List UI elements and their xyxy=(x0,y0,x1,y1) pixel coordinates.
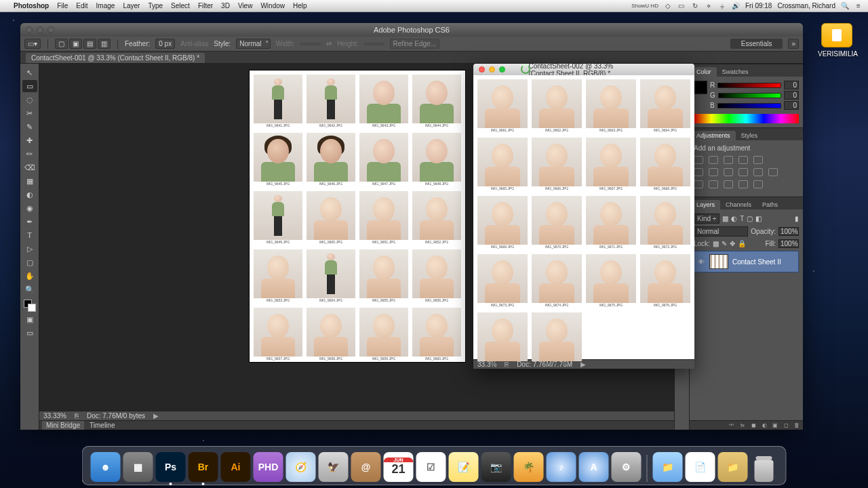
colorlookup-icon[interactable] xyxy=(768,168,778,176)
menu-select[interactable]: Select xyxy=(171,2,190,9)
contact-sheet-thumb[interactable]: IMG_9659.JPG xyxy=(359,308,408,362)
channelmixer-icon[interactable] xyxy=(753,168,763,176)
trash-icon[interactable] xyxy=(751,452,778,482)
brush-tool[interactable]: ✏ xyxy=(22,148,37,160)
contact-sheet-thumb[interactable]: IMG_9647.JPG xyxy=(359,133,408,187)
menubar-user[interactable]: Crossman, Richard xyxy=(777,2,835,9)
tab-swatches[interactable]: Swatches xyxy=(717,67,754,77)
dock-app-illustrator[interactable]: Ai xyxy=(221,452,251,482)
dock-app-bridge[interactable]: Br xyxy=(189,452,218,482)
menu-filter[interactable]: Filter xyxy=(198,2,213,9)
pen-tool[interactable]: ✒ xyxy=(22,216,37,228)
feather-input[interactable]: 0 px xyxy=(155,39,175,49)
healing-tool[interactable]: ✚ xyxy=(22,134,37,146)
window-close-button[interactable] xyxy=(26,26,33,33)
contact-sheet-thumb[interactable]: IMG_9669.JPG xyxy=(477,196,528,250)
tab-mini-bridge[interactable]: Mini Bridge xyxy=(42,421,84,430)
dock-app-launchpad[interactable]: ▦ xyxy=(123,452,153,482)
layer-filter-kind[interactable]: Kind ÷ xyxy=(694,214,719,224)
lock-all-icon[interactable]: 🔒 xyxy=(738,240,746,247)
contact-sheet-thumb[interactable]: IMG_9672.JPG xyxy=(640,196,690,250)
layer-name[interactable]: Contact Sheet II xyxy=(732,258,781,266)
red-slider[interactable] xyxy=(717,83,781,88)
type-tool[interactable]: T xyxy=(22,229,37,241)
filter-toggle[interactable]: ▮ xyxy=(795,215,799,222)
doc-size[interactable]: Doc: 7.76M/0 bytes xyxy=(87,412,145,420)
contact-sheet-thumb[interactable]: IMG_9674.JPG xyxy=(532,254,582,308)
dock-app-phd[interactable]: PHD xyxy=(254,452,283,482)
dock-stack-folder[interactable]: 📁 xyxy=(653,452,683,482)
lock-transparency-icon[interactable]: ▩ xyxy=(713,240,719,247)
filter-pixel-icon[interactable]: ▩ xyxy=(722,215,728,222)
contact-sheet-thumb[interactable]: IMG_9662.JPG xyxy=(532,79,582,134)
doc2-zoom-button[interactable] xyxy=(499,66,505,73)
contact-sheet-thumb[interactable]: IMG_9675.JPG xyxy=(586,254,636,308)
style-select[interactable]: Normal xyxy=(236,39,270,49)
marquee-tool[interactable]: ▭ xyxy=(22,80,37,92)
contact-sheet-thumb[interactable]: IMG_9642.JPG xyxy=(307,75,355,129)
crop-tool[interactable]: ✂ xyxy=(22,107,37,119)
filter-type-icon[interactable]: T xyxy=(740,215,744,222)
lock-position-icon[interactable]: ✥ xyxy=(730,240,735,247)
dock-stack-doc[interactable]: 📄 xyxy=(686,452,715,482)
contact-sheet-thumb[interactable]: IMG_9671.JPG xyxy=(586,196,636,250)
contact-sheet-thumb[interactable]: IMG_9666.JPG xyxy=(532,138,582,192)
link-layers-icon[interactable]: ⬺ xyxy=(728,422,735,429)
wifi-icon[interactable]: ⏚ xyxy=(718,2,726,10)
screenmode-toggle[interactable]: ▭ xyxy=(22,327,37,339)
dock-app-photoshop[interactable]: Ps xyxy=(156,452,186,482)
doc2-close-button[interactable] xyxy=(479,66,485,73)
display-icon[interactable]: ▭ xyxy=(677,2,686,10)
move-tool[interactable]: ↖ xyxy=(22,66,37,79)
dock-app-sysprefs[interactable]: ⚙ xyxy=(612,452,642,482)
bw-icon[interactable] xyxy=(724,168,733,176)
dock-stack-folder2[interactable]: 📁 xyxy=(718,452,748,482)
quickmask-toggle[interactable]: ▣ xyxy=(22,313,37,325)
dropbox-icon[interactable]: ◇ xyxy=(664,2,672,10)
blue-value[interactable]: 0 xyxy=(784,101,799,110)
contact-sheet-thumb[interactable]: IMG_9660.JPG xyxy=(412,308,461,362)
contact-sheet-thumb[interactable]: IMG_9645.JPG xyxy=(254,133,302,187)
opacity-input[interactable]: 100% xyxy=(778,227,799,236)
menu-window[interactable]: Window xyxy=(260,2,285,9)
blur-tool[interactable]: ◉ xyxy=(22,202,37,214)
filter-smart-icon[interactable]: ◧ xyxy=(755,215,762,222)
zoom-level[interactable]: 33.33% xyxy=(43,412,66,420)
contact-sheet-thumb[interactable]: IMG_9651.JPG xyxy=(359,191,408,245)
blue-slider[interactable] xyxy=(717,103,781,108)
delete-layer-icon[interactable]: 🗑 xyxy=(793,422,800,429)
tab-adjustments[interactable]: Adjustments xyxy=(691,131,736,140)
shape-tool[interactable]: ▢ xyxy=(22,256,37,268)
tab-paths[interactable]: Paths xyxy=(757,200,783,209)
desktop-drive-icon[interactable]: VERISIMILIA xyxy=(818,23,856,58)
contact-sheet-1[interactable]: IMG_9641.JPGIMG_9642.JPGIMG_9643.JPGIMG_… xyxy=(250,70,465,362)
new-layer-icon[interactable]: ◻ xyxy=(783,422,789,429)
menubar-clock[interactable]: Fri 09:18 xyxy=(745,2,772,9)
document-2-titlebar[interactable]: ContactSheet-002 @ 33.3% (Contact Sheet … xyxy=(473,64,694,75)
invert-icon[interactable] xyxy=(694,180,703,188)
document-tab[interactable]: ContactSheet-001 @ 33.3% (Contact Sheet … xyxy=(26,53,205,63)
tab-layers[interactable]: Layers xyxy=(691,200,720,209)
canvas-area[interactable]: IMG_9641.JPGIMG_9642.JPGIMG_9643.JPGIMG_… xyxy=(39,64,674,430)
dock-app-iphoto[interactable]: 🌴 xyxy=(514,452,544,482)
menu-image[interactable]: Image xyxy=(96,2,115,9)
dock-app-mail[interactable]: 🦅 xyxy=(319,452,349,482)
color-spectrum[interactable] xyxy=(694,114,799,123)
contact-sheet-thumb[interactable]: IMG_9648.JPG xyxy=(412,133,461,187)
contact-sheet-thumb[interactable]: IMG_9644.JPG xyxy=(412,75,461,129)
dock-app-reminders[interactable]: ☑ xyxy=(416,452,446,482)
marquee-mode-icons[interactable]: ▢▣▤▥ xyxy=(55,39,111,49)
dock-app-contacts[interactable]: @ xyxy=(351,452,381,482)
workspace-switcher[interactable]: Essentials xyxy=(730,39,783,49)
menu-3d[interactable]: 3D xyxy=(221,2,230,9)
contact-sheet-thumb[interactable]: IMG_9676.JPG xyxy=(640,254,690,308)
curves-icon[interactable] xyxy=(724,156,733,164)
zoom-tool[interactable]: 🔍 xyxy=(22,283,37,296)
dock-app-calendar[interactable]: JUN21 xyxy=(384,452,414,482)
contact-sheet-thumb[interactable]: IMG_9653.JPG xyxy=(254,249,302,304)
contact-sheet-thumb[interactable]: IMG_9668.JPG xyxy=(640,138,690,192)
contact-sheet-thumb[interactable]: IMG_9678.JPG xyxy=(532,312,582,367)
contact-sheet-thumb[interactable]: IMG_9661.JPG xyxy=(477,79,528,134)
contact-sheet-thumb[interactable]: IMG_9643.JPG xyxy=(359,75,408,129)
filter-adjust-icon[interactable]: ◐ xyxy=(731,215,737,222)
